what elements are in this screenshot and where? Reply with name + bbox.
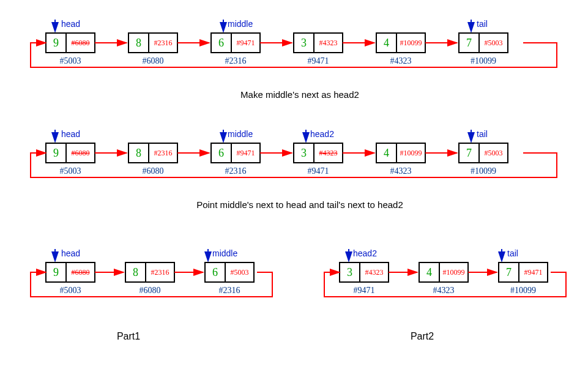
node-address: #2316 (219, 286, 240, 295)
node-pointer: #6080 (72, 268, 90, 277)
svg-text:middle: middle (212, 248, 237, 258)
node-pointer: #9471 (524, 268, 543, 277)
list-node: 8#2316#6080 (128, 143, 177, 176)
node-address: #5003 (60, 286, 81, 295)
svg-text:head: head (61, 19, 80, 29)
node-address: #5003 (60, 56, 81, 65)
node-address: #9471 (308, 56, 329, 65)
node-address: #10099 (471, 56, 496, 65)
svg-text:tail: tail (507, 248, 518, 258)
node-value: 4 (384, 37, 389, 49)
tail-label: tail (471, 129, 488, 140)
node-value: 9 (53, 147, 59, 159)
middle-label: middle (223, 129, 253, 140)
node-value: 8 (136, 37, 141, 49)
node-address: #10099 (510, 286, 536, 295)
svg-text:head2: head2 (310, 129, 334, 139)
part1-title: Part1 (117, 331, 140, 341)
node-pointer: #5003 (231, 268, 249, 277)
node-pointer: #2316 (154, 39, 173, 47)
node-pointer: #6080 (72, 39, 90, 47)
svg-text:tail: tail (477, 19, 488, 29)
node-pointer: #4323 (319, 39, 338, 47)
part2-title: Part2 (411, 331, 434, 341)
list-node: 4#10099#4323 (419, 262, 468, 295)
node-pointer: #5003 (485, 149, 503, 157)
linked-list-diagram: head middle tail 9#6080#50038#2316#60806… (6, 6, 588, 372)
node-value: 3 (301, 147, 307, 159)
svg-text:middle: middle (228, 129, 253, 139)
node-pointer: #2316 (151, 268, 169, 277)
node-pointer: #9471 (237, 149, 255, 157)
list-node: 9#6080#5003 (46, 143, 95, 176)
list-node: 6#5003#2316 (205, 262, 254, 295)
row1: head middle tail 9#6080#50038#2316#60806… (31, 19, 557, 100)
node-pointer: #5003 (485, 39, 503, 47)
node-value: 9 (53, 266, 59, 278)
node-address: #10099 (471, 166, 496, 176)
node-value: 7 (506, 266, 512, 278)
list-node: 7#5003#10099 (459, 143, 508, 176)
node-value: 8 (136, 147, 141, 159)
head-label: head (55, 129, 80, 140)
node-pointer: #9471 (237, 39, 255, 47)
node-value: 7 (466, 37, 472, 49)
head2-label: head2 (306, 129, 334, 140)
row2: head middle head2 tail 9#6080#50038#2316… (31, 129, 557, 210)
row1-caption: Make middle's next as head2 (240, 89, 359, 100)
node-address: #4323 (433, 286, 455, 295)
tail-label: tail (502, 248, 518, 259)
node-pointer: #2316 (154, 149, 173, 157)
node-pointer: #4323 (319, 149, 338, 157)
row2-caption: Point middle's next to head and tail's n… (196, 199, 403, 210)
row2-nodes: 9#6080#50038#2316#60806#9471#23163#4323#… (46, 143, 508, 176)
list-node: 7#9471#10099 (499, 262, 548, 295)
list-node: 3#4323#9471 (294, 143, 343, 176)
node-value: 6 (218, 147, 224, 159)
svg-text:head2: head2 (353, 248, 377, 258)
node-address: #9471 (308, 166, 329, 176)
node-address: #9471 (354, 286, 375, 295)
part2-nodes: 3#4323#94714#10099#43237#9471#10099 (340, 262, 548, 295)
tail-label: tail (471, 19, 488, 29)
node-address: #4323 (390, 166, 412, 176)
part1-nodes: 9#6080#50038#2316#60806#5003#2316 (46, 262, 254, 295)
svg-text:middle: middle (228, 19, 253, 29)
node-pointer: #10099 (400, 149, 422, 157)
node-address: #6080 (140, 286, 161, 295)
node-value: 3 (301, 37, 307, 49)
list-node: 3#4323#9471 (340, 262, 389, 295)
list-node: 6#9471#2316 (211, 33, 260, 65)
node-value: 8 (133, 266, 138, 278)
list-node: 4#10099#4323 (376, 33, 425, 65)
list-node: 8#2316#6080 (125, 262, 174, 295)
list-node: 3#4323#9471 (294, 33, 343, 65)
list-node: 4#10099#4323 (376, 143, 425, 176)
node-address: #6080 (143, 56, 164, 65)
node-value: 3 (347, 266, 352, 278)
node-address: #4323 (390, 56, 412, 65)
head-label: head (55, 19, 80, 29)
node-address: #2316 (225, 166, 247, 176)
svg-text:tail: tail (477, 129, 488, 139)
svg-text:head: head (61, 248, 80, 258)
list-node: 9#6080#5003 (46, 262, 95, 295)
node-address: #5003 (60, 166, 81, 176)
node-value: 9 (53, 37, 59, 49)
node-pointer: #10099 (443, 268, 465, 277)
list-node: 9#6080#5003 (46, 33, 95, 65)
node-value: 7 (466, 147, 472, 159)
part1-group: head middle 9#6080#50038#2316#60806#5003… (31, 248, 272, 341)
list-node: 6#9471#2316 (211, 143, 260, 176)
svg-text:head: head (61, 129, 80, 139)
node-pointer: #6080 (72, 149, 90, 157)
row3: head middle 9#6080#50038#2316#60806#5003… (31, 248, 566, 341)
node-value: 6 (218, 37, 224, 49)
list-node: 8#2316#6080 (128, 33, 177, 65)
node-value: 4 (384, 147, 389, 159)
list-node: 7#5003#10099 (459, 33, 508, 65)
node-address: #2316 (225, 56, 247, 65)
node-pointer: #4323 (365, 268, 384, 277)
middle-label: middle (223, 19, 253, 29)
node-address: #6080 (143, 166, 164, 176)
